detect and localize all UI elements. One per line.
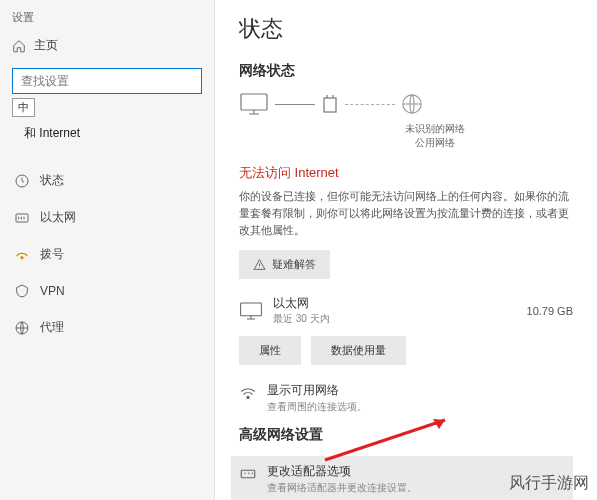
error-title: 无法访问 Internet xyxy=(239,164,573,182)
ethernet-icon xyxy=(14,210,30,226)
sidebar-item-dialup[interactable]: 拨号 xyxy=(0,236,214,273)
ethernet-name: 以太网 xyxy=(273,295,517,312)
pc-icon xyxy=(239,92,269,116)
sidebar-item-ethernet[interactable]: 以太网 xyxy=(0,199,214,236)
show-networks-sub: 查看周围的连接选项。 xyxy=(267,400,367,414)
adapter-icon xyxy=(239,465,257,483)
page-title: 状态 xyxy=(239,14,573,44)
ethernet-usage: 10.79 GB xyxy=(527,305,573,317)
home-icon xyxy=(12,39,26,53)
globe-icon xyxy=(401,93,423,115)
search-input[interactable] xyxy=(12,68,202,94)
sidebar-item-label: 拨号 xyxy=(40,246,64,263)
app-title: 设置 xyxy=(12,10,202,25)
sidebar-nav: 状态 以太网 拨号 VPN xyxy=(0,162,214,346)
troubleshoot-label: 疑难解答 xyxy=(272,257,316,272)
sidebar: 设置 主页 中 和 Internet 状态 以太网 xyxy=(0,0,215,500)
sidebar-item-label: VPN xyxy=(40,284,65,298)
ethernet-device-icon xyxy=(239,301,263,321)
main-content: 状态 网络状态 未识别的网络 公用网络 无法访问 Internet 你的设备已连… xyxy=(215,0,597,500)
svg-point-8 xyxy=(247,397,249,399)
ethernet-period: 最近 30 天内 xyxy=(273,312,517,326)
troubleshoot-button[interactable]: 疑难解答 xyxy=(239,250,330,279)
svg-rect-9 xyxy=(241,471,255,479)
proxy-icon xyxy=(14,320,30,336)
ethernet-usage-block: 以太网 最近 30 天内 10.79 GB xyxy=(239,295,573,326)
show-networks-option[interactable]: 显示可用网络 查看周围的连接选项。 xyxy=(239,383,573,414)
home-label: 主页 xyxy=(34,37,58,54)
watermark: 风行手游网 xyxy=(509,473,589,494)
ime-indicator: 中 xyxy=(12,98,35,117)
show-networks-title: 显示可用网络 xyxy=(267,383,367,398)
wifi-icon xyxy=(239,384,257,402)
properties-button[interactable]: 属性 xyxy=(239,336,301,365)
sidebar-item-label: 以太网 xyxy=(40,209,76,226)
network-caption: 未识别的网络 公用网络 xyxy=(297,122,573,150)
sidebar-item-label: 状态 xyxy=(40,172,64,189)
connection-line-dashed xyxy=(345,104,395,105)
svg-point-2 xyxy=(21,256,23,258)
svg-rect-4 xyxy=(241,94,267,110)
vpn-icon xyxy=(14,283,30,299)
home-link[interactable]: 主页 xyxy=(12,33,202,58)
router-icon xyxy=(321,92,339,116)
sidebar-item-label: 代理 xyxy=(40,319,64,336)
section-header: 和 Internet xyxy=(12,119,202,148)
svg-rect-7 xyxy=(241,303,262,316)
network-status-heading: 网络状态 xyxy=(239,62,573,80)
svg-rect-1 xyxy=(16,214,28,222)
network-diagram xyxy=(239,92,573,116)
error-description: 你的设备已连接，但你可能无法访问网络上的任何内容。如果你的流量套餐有限制，则你可… xyxy=(239,188,573,238)
sidebar-item-status[interactable]: 状态 xyxy=(0,162,214,199)
warning-icon xyxy=(253,258,266,271)
data-usage-button[interactable]: 数据使用量 xyxy=(311,336,406,365)
sidebar-item-proxy[interactable]: 代理 xyxy=(0,309,214,346)
svg-rect-5 xyxy=(324,98,336,112)
status-icon xyxy=(14,173,30,189)
dialup-icon xyxy=(14,247,30,263)
sidebar-item-vpn[interactable]: VPN xyxy=(0,273,214,309)
advanced-heading: 高级网络设置 xyxy=(239,426,573,444)
adapter-options-sub: 查看网络适配器并更改连接设置。 xyxy=(267,481,417,495)
adapter-options-title: 更改适配器选项 xyxy=(267,464,417,479)
connection-line-solid xyxy=(275,104,315,105)
